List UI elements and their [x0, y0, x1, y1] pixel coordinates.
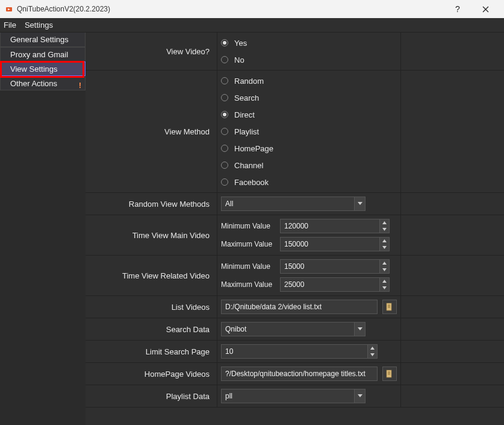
- label-homepage-videos: HomePage Videos: [86, 363, 217, 385]
- radio-label[interactable]: No: [234, 55, 244, 65]
- input-time-related-max[interactable]: [280, 277, 390, 292]
- title-bar: QniTubeActionV2(20.2.2023) ?: [0, 0, 504, 18]
- radio-label[interactable]: Random: [234, 77, 264, 86]
- spin-down[interactable]: [379, 266, 389, 273]
- spin-up[interactable]: [379, 260, 389, 266]
- sidebar-item-view-settings[interactable]: View Settings: [0, 61, 86, 76]
- combo-playlist-data[interactable]: [221, 389, 366, 403]
- spin-down[interactable]: [367, 351, 377, 358]
- label-view-video: View Video?: [86, 33, 217, 70]
- radio-label[interactable]: Direct: [234, 110, 255, 119]
- radio-method-direct[interactable]: [221, 111, 228, 118]
- label-max: Maximum Value: [221, 240, 278, 248]
- svg-marker-5: [382, 221, 387, 224]
- spin-down[interactable]: [379, 244, 389, 251]
- input-homepage-videos[interactable]: [221, 367, 378, 381]
- input-list-videos[interactable]: [221, 300, 378, 314]
- sidebar-item-label: General Settings: [10, 35, 69, 44]
- spin-down[interactable]: [379, 226, 389, 233]
- svg-marker-24: [358, 394, 362, 397]
- svg-marker-17: [358, 327, 362, 330]
- browse-button[interactable]: [382, 300, 397, 314]
- input-time-main-max[interactable]: [280, 237, 390, 251]
- menu-file[interactable]: File: [4, 20, 16, 30]
- spin-up[interactable]: [379, 219, 389, 226]
- combo-search-data[interactable]: [221, 322, 366, 336]
- radio-label[interactable]: Playlist: [234, 127, 259, 136]
- label-random-view-methods: Random View Methods: [86, 193, 217, 215]
- svg-rect-13: [387, 303, 391, 310]
- radio-view-video-no[interactable]: [221, 56, 228, 63]
- radio-method-search[interactable]: [221, 94, 228, 101]
- chevron-down-icon[interactable]: [354, 389, 365, 403]
- svg-marker-6: [382, 228, 387, 231]
- sidebar-item-label: Other Actions: [10, 79, 57, 88]
- sidebar: General Settings Proxy and Gmail View Se…: [0, 33, 86, 425]
- label-list-videos: List Videos: [86, 296, 217, 318]
- input-time-related-min[interactable]: [280, 259, 390, 274]
- radio-view-video-yes[interactable]: [221, 39, 228, 46]
- svg-marker-4: [358, 202, 362, 205]
- spin-down[interactable]: [379, 285, 389, 291]
- browse-button[interactable]: [382, 367, 397, 381]
- label-playlist-data: Playlist Data: [86, 385, 217, 407]
- chevron-down-icon[interactable]: [354, 323, 365, 336]
- label-max: Maximum Value: [221, 280, 278, 289]
- svg-marker-12: [382, 286, 387, 289]
- svg-marker-11: [382, 280, 387, 283]
- radio-method-random[interactable]: [221, 77, 228, 84]
- svg-marker-7: [382, 239, 387, 242]
- label-min: Minimum Value: [221, 262, 278, 271]
- file-icon: [386, 370, 393, 378]
- input-time-main-min[interactable]: [280, 219, 390, 233]
- svg-marker-19: [370, 353, 375, 356]
- help-button[interactable]: ?: [444, 0, 471, 18]
- combo-random-view-methods[interactable]: [221, 197, 366, 211]
- chevron-down-icon[interactable]: [354, 197, 365, 210]
- radio-method-channel[interactable]: [221, 162, 228, 169]
- menu-bar: File Settings: [0, 18, 504, 33]
- label-limit-search-page: Limit Search Page: [86, 341, 217, 362]
- close-icon: [482, 6, 489, 13]
- sidebar-item-general-settings[interactable]: General Settings: [0, 33, 86, 47]
- label-min: Minimum Value: [221, 222, 278, 230]
- label-time-main: Time View Main Video: [86, 215, 217, 255]
- radio-method-playlist[interactable]: [221, 128, 228, 135]
- window-title: QniTubeActionV2(20.2.2023): [17, 5, 444, 13]
- radio-method-facebook[interactable]: [221, 178, 228, 186]
- svg-marker-8: [382, 246, 387, 249]
- label-time-related: Time View Related Video: [86, 256, 217, 295]
- close-button[interactable]: [471, 0, 499, 18]
- radio-label[interactable]: Yes: [234, 39, 247, 48]
- sidebar-item-label: View Settings: [10, 65, 58, 74]
- input-limit-search-page[interactable]: [221, 344, 378, 359]
- warning-icon: [76, 81, 81, 86]
- svg-marker-10: [382, 268, 387, 271]
- svg-rect-20: [387, 370, 391, 377]
- sidebar-item-label: Proxy and Gmail: [10, 50, 68, 59]
- file-icon: [386, 303, 393, 311]
- app-icon: [5, 5, 13, 13]
- spin-up[interactable]: [379, 238, 389, 244]
- svg-marker-9: [382, 262, 387, 265]
- label-view-method: View Method: [86, 71, 217, 192]
- label-search-data: Search Data: [86, 318, 217, 340]
- radio-label[interactable]: Channel: [234, 161, 263, 170]
- radio-label[interactable]: Search: [234, 93, 259, 102]
- menu-settings[interactable]: Settings: [25, 20, 53, 30]
- spin-up[interactable]: [379, 278, 389, 285]
- radio-method-homepage[interactable]: [221, 145, 228, 152]
- spin-up[interactable]: [367, 345, 377, 351]
- settings-panel: View Video? Yes No View Method Random Se…: [86, 33, 504, 425]
- sidebar-item-proxy-and-gmail[interactable]: Proxy and Gmail: [0, 47, 86, 61]
- radio-label[interactable]: HomePage: [234, 144, 273, 153]
- svg-marker-18: [370, 347, 375, 350]
- radio-label[interactable]: Facebook: [234, 178, 269, 187]
- sidebar-item-other-actions[interactable]: Other Actions: [0, 76, 86, 90]
